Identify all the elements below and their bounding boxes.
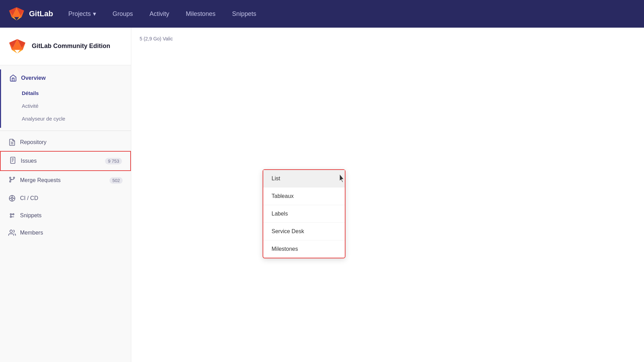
- sidebar-item-cicd[interactable]: CI / CD: [0, 190, 131, 207]
- merge-requests-icon: [8, 176, 16, 185]
- main-layout: GitLab Community Edition Overview: [0, 28, 644, 362]
- nav-item-groups[interactable]: Groups: [106, 8, 140, 20]
- sidebar-item-repository-label: Repository: [20, 139, 46, 145]
- dropdown-item-milestones-label: Milestones: [272, 246, 298, 252]
- repository-icon: [8, 139, 16, 146]
- sidebar-item-snippets-label: Snippets: [20, 212, 41, 219]
- sidebar-item-overview-label: Overview: [21, 75, 46, 81]
- sidebar-subitem-analyseur[interactable]: Analyseur de cycle: [22, 112, 131, 125]
- sidebar-item-merge-requests-label: Merge Requests: [20, 177, 60, 183]
- gitlab-logo-icon: [8, 6, 25, 22]
- cicd-icon: [8, 194, 16, 202]
- nav-logo-text: GitLab: [29, 9, 53, 18]
- dropdown-item-list-label: List: [272, 175, 280, 181]
- dropdown-item-list[interactable]: List: [263, 170, 345, 188]
- snippets-icon: [8, 212, 16, 219]
- issues-dropdown-popup: List Tableaux Labels Service Desk Milest…: [263, 169, 345, 258]
- svg-point-30: [10, 214, 12, 215]
- sidebar-item-overview[interactable]: Overview: [1, 69, 131, 87]
- sidebar-item-merge-requests[interactable]: Merge Requests 502: [0, 171, 131, 190]
- nav-item-snippets[interactable]: Snippets: [225, 8, 263, 20]
- nav-item-projects-label: Projects: [68, 10, 91, 18]
- sidebar-item-issues-wrapper: Issues 9 753: [0, 151, 131, 171]
- issues-item-left: Issues: [9, 156, 37, 165]
- sidebar-subitem-details[interactable]: Détails: [22, 87, 131, 99]
- dropdown-item-service-desk-label: Service Desk: [272, 228, 304, 234]
- sidebar-item-cicd-label: CI / CD: [20, 195, 38, 201]
- svg-point-22: [13, 177, 15, 179]
- sidebar-item-repository[interactable]: Repository: [0, 134, 131, 151]
- home-icon: [9, 74, 17, 82]
- svg-point-20: [10, 177, 11, 179]
- sidebar-gitlab-logo: [8, 37, 26, 55]
- sidebar-nav: Overview Détails Activité Analyseur de c…: [0, 65, 131, 246]
- issues-count-badge: 9 753: [105, 158, 122, 164]
- top-navigation: GitLab Projects ▾ Groups Activity Milest…: [0, 0, 644, 28]
- svg-marker-13: [17, 50, 23, 53]
- content-info-text: 5 (2,9 Go) Valic: [140, 36, 636, 41]
- sidebar-sub-items: Détails Activité Analyseur de cycle: [1, 87, 131, 128]
- sidebar-item-snippets[interactable]: Snippets: [0, 207, 131, 224]
- nav-item-projects[interactable]: Projects ▾: [61, 7, 103, 20]
- overview-section: Overview Détails Activité Analyseur de c…: [0, 69, 131, 128]
- main-content: 5 (2,9 Go) Valic List Tableaux Labels Se…: [131, 28, 644, 362]
- svg-point-36: [10, 230, 12, 232]
- nav-item-groups-label: Groups: [113, 10, 133, 18]
- svg-point-32: [10, 216, 12, 218]
- sidebar-header: GitLab Community Edition: [0, 28, 131, 65]
- svg-marker-12: [12, 50, 17, 53]
- svg-point-25: [11, 197, 13, 199]
- dropdown-item-labels[interactable]: Labels: [263, 205, 345, 223]
- sidebar-item-issues[interactable]: Issues 9 753: [1, 152, 130, 170]
- dropdown-item-service-desk[interactable]: Service Desk: [263, 223, 345, 240]
- cursor-icon: [338, 173, 348, 184]
- issues-icon: [9, 156, 17, 165]
- sidebar-item-members[interactable]: Members: [0, 224, 131, 241]
- nav-logo[interactable]: GitLab: [8, 6, 53, 22]
- nav-item-milestones[interactable]: Milestones: [179, 8, 222, 20]
- chevron-down-icon: ▾: [93, 10, 96, 18]
- sidebar-subitem-activite[interactable]: Activité: [22, 99, 131, 112]
- sidebar-project-name: GitLab Community Edition: [32, 42, 110, 50]
- sidebar-item-members-label: Members: [20, 230, 43, 236]
- nav-item-milestones-label: Milestones: [186, 10, 216, 18]
- nav-item-activity-label: Activity: [150, 10, 169, 18]
- merge-requests-item-left: Merge Requests: [8, 176, 60, 185]
- svg-point-21: [10, 181, 11, 182]
- merge-requests-count-badge: 502: [110, 177, 123, 184]
- svg-marker-5: [12, 17, 17, 21]
- sidebar-item-issues-label: Issues: [21, 158, 37, 164]
- dropdown-item-labels-label: Labels: [272, 211, 288, 217]
- dropdown-item-tableaux-label: Tableaux: [272, 193, 294, 199]
- dropdown-item-milestones[interactable]: Milestones: [263, 240, 345, 258]
- members-icon: [8, 229, 16, 237]
- sidebar-divider-1: [0, 131, 131, 131]
- svg-point-31: [13, 214, 14, 215]
- svg-marker-6: [17, 17, 21, 21]
- dropdown-item-tableaux[interactable]: Tableaux: [263, 188, 345, 205]
- nav-item-snippets-label: Snippets: [232, 10, 256, 18]
- nav-item-activity[interactable]: Activity: [143, 8, 176, 20]
- sidebar: GitLab Community Edition Overview: [0, 28, 131, 362]
